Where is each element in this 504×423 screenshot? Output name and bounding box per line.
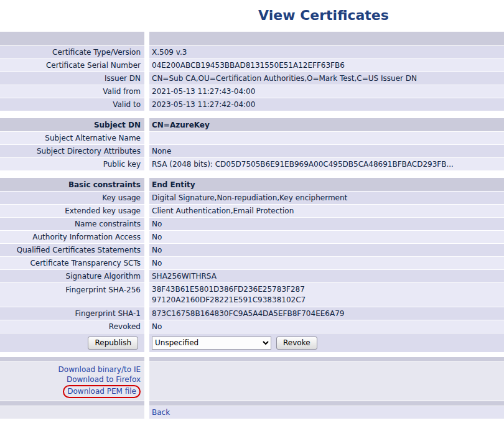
field-value: 2023-05-13 11:27:42-04:00: [149, 98, 504, 111]
table-row: Subject Directory AttributesNone: [0, 145, 504, 157]
field-value: 04E200ABCB19453BBAD8131550E51A12EFF63FB6: [149, 59, 504, 72]
field-label: Certificate Serial Number: [0, 59, 144, 72]
download-binary-ie-link[interactable]: Download binary/to IE: [58, 365, 141, 374]
field-value: SHA256WITHRSA: [149, 270, 504, 282]
field-value: X.509 v.3: [149, 46, 504, 58]
table-row: Authority Information AccessNo: [0, 231, 504, 243]
table-row: Public keyRSA (2048 bits): CD05D7505B6E9…: [0, 158, 504, 170]
field-value: No: [149, 320, 504, 333]
download-pem-link[interactable]: Download PEM file: [67, 387, 136, 396]
table-row: Extended key usageClient Authentication,…: [0, 205, 504, 217]
back-row: Back: [0, 406, 504, 419]
field-label: Extended key usage: [0, 205, 144, 217]
table-row: RevokedNo: [0, 320, 504, 333]
field-value: No: [149, 244, 504, 256]
table-row: Signature AlgorithmSHA256WITHRSA: [0, 270, 504, 282]
field-value: CN=Sub CA,OU=Certification Authorities,O…: [149, 72, 504, 85]
field-label: Certificate Type/Version: [0, 46, 144, 58]
download-firefox-link[interactable]: Download to Firefox: [67, 374, 141, 384]
field-label: Subject DN: [0, 118, 144, 131]
field-label: Valid to: [0, 98, 144, 111]
page-title: View Certificates: [0, 7, 504, 23]
actions-row: RepublishUnspecifiedRevoke: [0, 333, 504, 352]
field-value: [149, 132, 504, 144]
field-label: Public key: [0, 158, 144, 170]
field-value: No: [149, 231, 504, 243]
table-row: Valid from2021-05-13 11:27:43-04:00: [0, 85, 504, 98]
field-value-line: 38F43B61E5801D386FD236E25783F287: [152, 284, 305, 295]
back-link[interactable]: Back: [152, 408, 170, 417]
field-value: None: [149, 145, 504, 157]
revoke-button[interactable]: Revoke: [276, 337, 317, 350]
republish-button[interactable]: Republish: [88, 337, 138, 350]
field-label: Subject Directory Attributes: [0, 145, 144, 157]
field-value: 2021-05-13 11:27:43-04:00: [149, 85, 504, 98]
table-row: Fingerprint SHA-1873C16758B164830FC9A5A4…: [0, 307, 504, 320]
table-row: Certificate Type/VersionX.509 v.3: [0, 46, 504, 58]
table-row: Subject Alternative Name: [0, 132, 504, 144]
field-label: Fingerprint SHA-1: [0, 307, 144, 320]
table-row: Valid to2023-05-13 11:27:42-04:00: [0, 98, 504, 111]
field-label: Basic constraints: [0, 178, 144, 191]
field-label: Qualified Certificates Statements: [0, 244, 144, 256]
field-value: Client Authentication,Email Protection: [149, 205, 504, 217]
certificate-details-table: Certificate Type/VersionX.509 v.3Certifi…: [0, 32, 504, 419]
table-row: Certificate Transparency SCTsNo: [0, 257, 504, 269]
separator-row: [0, 357, 504, 361]
field-label: Key usage: [0, 192, 144, 204]
field-label: Valid from: [0, 85, 144, 98]
table-row: Issuer DNCN=Sub CA,OU=Certification Auth…: [0, 72, 504, 85]
field-value: RSA (2048 bits): CD05D7505B6E91EB969A00C…: [149, 158, 504, 170]
field-label: Name constraints: [0, 218, 144, 230]
field-label: Issuer DN: [0, 72, 144, 85]
revocation-reason-select[interactable]: Unspecified: [152, 337, 271, 350]
field-value: No: [149, 218, 504, 230]
section-header-row: Basic constraintsEnd Entity: [0, 178, 504, 191]
field-value: Digital Signature,Non-repudiation,Key en…: [149, 192, 504, 204]
table-row: Key usageDigital Signature,Non-repudiati…: [0, 192, 504, 204]
field-label: Fingerprint SHA-256: [0, 283, 144, 307]
downloads-row: Download binary/to IEDownload to Firefox…: [0, 362, 504, 401]
field-label: Certificate Transparency SCTs: [0, 257, 144, 269]
table-header-band: [0, 32, 504, 45]
section-header-row: Subject DNCN=AzureKey: [0, 118, 504, 131]
table-row: Qualified Certificates StatementsNo: [0, 244, 504, 256]
separator-row: [0, 401, 504, 406]
field-value: End Entity: [149, 178, 504, 191]
table-row: Name constraintsNo: [0, 218, 504, 230]
table-row: Certificate Serial Number04E200ABCB19453…: [0, 59, 504, 72]
field-value: CN=AzureKey: [149, 118, 504, 131]
field-label: Revoked: [0, 320, 144, 333]
field-label: Signature Algorithm: [0, 270, 144, 282]
field-value-line: 97120A2160DF28221E591C93838102C7: [152, 295, 306, 305]
field-label: Subject Alternative Name: [0, 132, 144, 144]
table-row: Fingerprint SHA-25638F43B61E5801D386FD23…: [0, 283, 504, 307]
field-value: 873C16758B164830FC9A5A4DA5EFB8F704EE6A79: [149, 307, 504, 320]
field-value: 38F43B61E5801D386FD236E25783F28797120A21…: [149, 283, 504, 307]
field-label: Authority Information Access: [0, 231, 144, 243]
field-value: No: [149, 257, 504, 269]
pem-highlight-oval: Download PEM file: [63, 385, 141, 398]
